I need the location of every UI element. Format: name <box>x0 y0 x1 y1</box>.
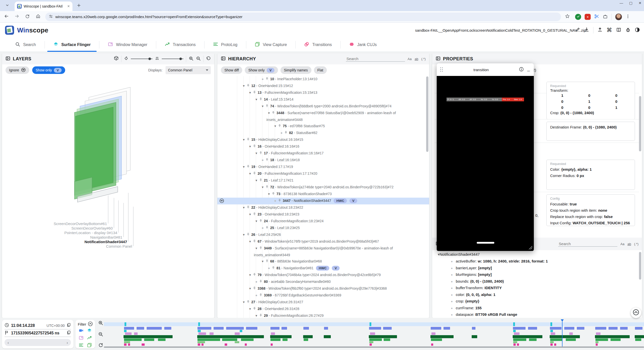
properties-tree-scrollbar[interactable] <box>639 252 641 280</box>
tree-node-12[interactable]: ▾12 - OneHanded:15:15#12 <box>217 83 429 90</box>
tree-node-19[interactable]: ▾19 - OneHanded:17:17#19 <box>217 164 429 170</box>
property-item[interactable]: ●bufferTransform: IDENTITY <box>451 286 502 290</box>
search-tool-2[interactable]: (.*) <box>421 57 426 61</box>
expand-arrow-icon[interactable]: ▾ <box>248 170 253 177</box>
layer-label[interactable]: NavigationBar0#81 <box>90 235 122 239</box>
visibility-eye-icon[interactable] <box>219 198 224 205</box>
search-tool-0[interactable]: Aa <box>408 57 412 61</box>
pin-icon[interactable] <box>271 110 276 117</box>
pin-icon[interactable] <box>259 178 264 184</box>
url-bar[interactable]: winscope.teams.x20web.corp.google.com/pr… <box>45 13 561 21</box>
bookmark-star-icon[interactable] <box>563 13 572 21</box>
tree-node-72[interactable]: ▾72 - WindowToken{a2746de type=2040 andr… <box>217 184 429 191</box>
pin-icon[interactable] <box>265 225 270 232</box>
expand-arrow-icon[interactable]: ▾ <box>241 83 246 89</box>
flat-button[interactable]: Flat <box>314 66 327 74</box>
expand-arrow-icon[interactable]: ▾ <box>266 191 271 197</box>
pin-icon[interactable] <box>253 239 258 245</box>
pin-icon[interactable] <box>253 272 258 279</box>
expand-arrow-icon[interactable]: ▾ <box>254 245 259 251</box>
property-item[interactable]: ●currFrame: 155 <box>451 306 481 310</box>
tab-transitions[interactable]: Transitions <box>296 38 340 52</box>
pin-icon[interactable] <box>265 157 270 164</box>
tab-surface-flinger[interactable]: Surface Flinger <box>45 38 99 52</box>
tree-node-67[interactable]: ▾67 - WindowToken{e5176f9 type=2019 andr… <box>217 238 429 245</box>
forward-icon[interactable] <box>13 13 21 21</box>
layer-label[interactable]: NotificationShade#3447 <box>85 240 127 244</box>
timeline-cursor-handle[interactable] <box>561 319 564 322</box>
pin-icon[interactable] <box>253 212 258 218</box>
layers-3d-canvas[interactable]: ScreenDecorOverlayBottom#61ScreenDecorOv… <box>2 76 214 317</box>
rotation-icon[interactable] <box>124 56 128 62</box>
extension-scissors-icon[interactable] <box>594 14 599 20</box>
tree-node-68[interactable]: ▾68 - 885b63e NavigationBar0#68 <box>217 258 429 265</box>
3d-view-icon[interactable] <box>114 56 119 62</box>
expand-arrow-icon[interactable]: ▾ <box>254 218 259 224</box>
extension-check-icon[interactable] <box>575 14 581 20</box>
pin-icon[interactable] <box>259 218 264 225</box>
expand-arrow-icon[interactable]: ▾ <box>260 103 265 109</box>
filter-zigzag-icon[interactable] <box>87 335 92 341</box>
edit-file-icon[interactable] <box>575 27 580 33</box>
pin-icon[interactable] <box>253 286 258 292</box>
pin-icon[interactable] <box>246 299 251 306</box>
ignore-button[interactable]: Ignore <box>6 66 29 74</box>
rotation-slider[interactable] <box>131 59 152 59</box>
pin-icon[interactable] <box>259 151 264 157</box>
show-diff-button[interactable]: Show diff <box>221 66 242 74</box>
tree-node-17[interactable]: ▾17 - FullscreenMagnification:16:16#17 <box>217 150 429 157</box>
pin-icon[interactable] <box>253 306 258 313</box>
tab-window-manager[interactable]: Window Manager <box>99 38 156 52</box>
tree-node-28[interactable]: ▾28 - OneHanded:26:31#28 <box>217 306 429 313</box>
hierarchy-search-input[interactable] <box>346 56 405 62</box>
tree-node-21[interactable]: ▾21 - Leaf:17:17#21 <box>217 177 429 184</box>
collapse-panel-icon[interactable] <box>436 56 440 62</box>
shortcuts-icon[interactable]: ⌘ <box>607 27 612 33</box>
zoom-out-icon[interactable] <box>196 56 201 62</box>
ns-time[interactable]: 1715339054227572545 ns <box>11 331 65 335</box>
search-tool-1[interactable]: ab <box>415 57 418 61</box>
expand-arrow-icon[interactable]: ▾ <box>248 238 253 245</box>
property-item[interactable]: ●crop: {empty} <box>451 299 479 303</box>
pin-icon[interactable] <box>271 191 276 198</box>
property-item[interactable]: ●activeBuffer: w: 1080, h: 2400, stride:… <box>451 259 548 263</box>
expand-arrow-icon[interactable]: ▾ <box>241 299 246 305</box>
pin-icon[interactable] <box>246 164 251 170</box>
displays-dropdown[interactable]: Common Panel <box>166 66 211 74</box>
pin-icon[interactable] <box>246 232 251 238</box>
upload-icon[interactable] <box>597 27 602 33</box>
expand-arrow-icon[interactable]: ▾ <box>241 232 246 238</box>
timeline-canvas[interactable] <box>104 319 644 349</box>
tree-node-22[interactable]: ▾22 - HideDisplayCutout:18:23#22 <box>217 204 429 211</box>
tab-search[interactable]: Search <box>7 38 45 52</box>
expand-arrow-icon[interactable]: ▾ <box>254 313 259 318</box>
dark-mode-icon[interactable] <box>635 27 640 33</box>
tree-node-75[interactable]: ▾75 - ed70f88 StatusBar#75 <box>217 123 429 130</box>
filter-window-icon[interactable] <box>79 335 84 341</box>
search-tool-0[interactable]: Aa <box>620 242 624 246</box>
tab-jank-cujs[interactable]: Jank CUJs <box>341 38 385 52</box>
timeline-cursor[interactable] <box>562 319 562 346</box>
tab-search-button[interactable] <box>4 3 11 9</box>
expand-arrow-icon[interactable]: ▾ <box>248 285 253 292</box>
pin-icon[interactable] <box>278 123 283 130</box>
collapse-filter-icon[interactable] <box>88 321 93 327</box>
copy-ns-icon[interactable] <box>67 330 71 336</box>
expand-arrow-icon[interactable]: ▾ <box>241 137 246 143</box>
tree-node-80[interactable]: ●80 - ace6abb SecondaryHomeHandle0#80 <box>217 279 429 285</box>
pin-icon[interactable] <box>259 313 264 318</box>
pin-icon[interactable] <box>271 266 276 272</box>
collapse-panel-icon[interactable] <box>221 56 226 62</box>
docs-book-icon[interactable] <box>616 27 621 33</box>
pin-icon[interactable] <box>253 90 258 96</box>
report-bug-icon[interactable] <box>625 27 631 33</box>
pin-icon[interactable] <box>259 293 264 299</box>
info-icon[interactable] <box>519 67 524 73</box>
layer-label[interactable]: PointerLocation - display 0#134 <box>64 231 117 235</box>
pin-icon[interactable] <box>253 171 258 177</box>
expand-arrow-icon[interactable]: ▾ <box>241 164 246 170</box>
property-item[interactable]: ●color: (0, 0, 0), alpha: 1 <box>451 292 495 297</box>
simplify-names-button[interactable]: Simplify names <box>280 66 311 74</box>
filter-videocam-icon[interactable] <box>79 328 84 334</box>
properties-scrollbar[interactable] <box>639 96 641 151</box>
